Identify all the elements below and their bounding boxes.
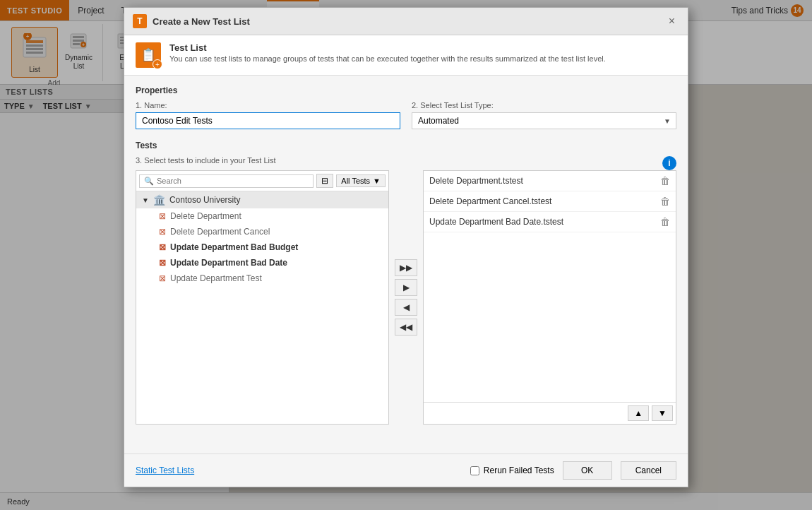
tree-node-icon: 🏛️	[153, 194, 165, 206]
search-input[interactable]	[157, 177, 309, 185]
tree-item-icon-1: ⊠	[159, 227, 166, 237]
modal-overlay: T Create a New Test List × 📋 + Test List…	[0, 0, 812, 510]
tests-panel: 🔍 ⊟ All Tests ▼ ▼	[136, 170, 676, 425]
close-button[interactable]: ×	[664, 13, 679, 29]
tree-item-icon-2: ⊠	[159, 242, 166, 252]
modal-section-desc: You can use test lists to manage groups …	[169, 54, 676, 63]
selected-item-1: Delete Department Cancel.tstest 🗑	[424, 191, 676, 212]
delete-item-1-button[interactable]: 🗑	[660, 196, 670, 207]
delete-item-0-button[interactable]: 🗑	[660, 175, 670, 186]
modal-title: Create a New Test List	[153, 16, 659, 27]
modal-title-bar: T Create a New Test List ×	[124, 8, 688, 35]
rerun-label: Rerun Failed Tests	[484, 465, 554, 475]
tree-item-label-4: Update Department Test	[170, 273, 262, 283]
selected-item-label-2: Update Department Bad Date.tstest	[429, 217, 563, 227]
tree-item-0[interactable]: ⊠ Delete Department	[136, 208, 388, 224]
header-plus-icon: +	[153, 59, 162, 69]
selected-item-2: Update Department Bad Date.tstest 🗑	[424, 212, 676, 232]
static-test-lists-link[interactable]: Static Test Lists	[136, 465, 194, 475]
modal-header-icon: 📋 +	[136, 42, 161, 68]
selected-item-label-0: Delete Department.tstest	[429, 176, 523, 186]
tests-section: Tests 3. Select tests to include in your…	[136, 141, 676, 425]
selected-list: Delete Department.tstest 🗑 Delete Depart…	[424, 171, 676, 402]
properties-title: Properties	[136, 85, 676, 95]
filter-label: All Tests	[341, 177, 370, 185]
selected-item-0: Delete Department.tstest 🗑	[424, 171, 676, 191]
tree-item-label-3: Update Department Bad Date	[170, 258, 287, 268]
type-select[interactable]: Automated Manual Performance	[412, 112, 676, 129]
tree-item-2[interactable]: ⊠ Update Department Bad Budget	[136, 239, 388, 255]
transfer-all-right-button[interactable]: ▶▶	[395, 259, 417, 276]
rerun-checkbox-input[interactable]	[470, 466, 479, 475]
properties-row: 1. Name: 2. Select Test List Type: Autom…	[136, 101, 676, 129]
tree-item-label-0: Delete Department	[170, 211, 241, 221]
name-field: 1. Name:	[136, 101, 400, 129]
filter-arrow-icon: ▼	[373, 177, 381, 185]
tests-title: Tests	[136, 141, 676, 150]
transfer-buttons: ▶▶ ▶ ◀ ◀◀	[392, 170, 420, 425]
tree-panel: 🔍 ⊟ All Tests ▼ ▼	[136, 170, 389, 425]
type-field: 2. Select Test List Type: Automated Manu…	[412, 101, 676, 129]
filter-dropdown[interactable]: All Tests ▼	[336, 174, 386, 187]
order-buttons: ▲ ▼	[424, 402, 676, 424]
modal-title-icon: T	[133, 14, 147, 28]
modal-section-header: Test List	[169, 42, 676, 53]
name-input[interactable]	[136, 112, 400, 129]
tree-item-icon-4: ⊠	[159, 273, 166, 283]
tree-item-4[interactable]: ⊠ Update Department Test	[136, 271, 388, 286]
search-icon: 🔍	[144, 177, 154, 186]
create-test-list-modal: T Create a New Test List × 📋 + Test List…	[124, 7, 688, 487]
modal-body: Properties 1. Name: 2. Select Test List …	[124, 76, 688, 453]
transfer-left-button[interactable]: ◀	[395, 299, 417, 316]
tree-item-3[interactable]: ⊠ Update Department Bad Date	[136, 255, 388, 271]
type-label: 2. Select Test List Type:	[412, 101, 676, 109]
tests-sublabel: 3. Select tests to include in your Test …	[136, 156, 676, 165]
ok-button[interactable]: OK	[563, 461, 612, 480]
tree-item-label-1: Delete Department Cancel	[170, 227, 270, 237]
collapse-button[interactable]: ⊟	[316, 174, 333, 188]
tree-root-label: Contoso University	[169, 195, 241, 205]
order-up-button[interactable]: ▲	[628, 405, 649, 421]
transfer-right-button[interactable]: ▶	[395, 279, 417, 296]
tree-item-icon-3: ⊠	[159, 258, 166, 268]
selected-panel: Delete Department.tstest 🗑 Delete Depart…	[423, 170, 676, 425]
tree-item-label-2: Update Department Bad Budget	[170, 242, 298, 252]
tree-root-item[interactable]: ▼ 🏛️ Contoso University	[136, 191, 388, 208]
info-icon[interactable]: i	[662, 156, 676, 170]
tree-content: ▼ 🏛️ Contoso University ⊠ Delete Departm…	[136, 191, 388, 424]
modal-header-section: 📋 + Test List You can use test lists to …	[124, 35, 688, 76]
tree-item-icon-0: ⊠	[159, 211, 166, 221]
transfer-all-left-button[interactable]: ◀◀	[395, 319, 417, 336]
search-box: 🔍	[139, 174, 314, 188]
delete-item-2-button[interactable]: 🗑	[660, 216, 670, 227]
tree-item-1[interactable]: ⊠ Delete Department Cancel	[136, 224, 388, 239]
name-label: 1. Name:	[136, 101, 400, 109]
cancel-button[interactable]: Cancel	[621, 461, 676, 480]
modal-footer: Static Test Lists Rerun Failed Tests OK …	[124, 453, 688, 487]
rerun-checkbox: Rerun Failed Tests	[470, 465, 554, 475]
tree-expand-icon: ▼	[142, 196, 149, 204]
selected-item-label-1: Delete Department Cancel.tstest	[429, 196, 551, 206]
tree-toolbar: 🔍 ⊟ All Tests ▼	[136, 171, 388, 191]
order-down-button[interactable]: ▼	[652, 405, 673, 421]
properties-section: Properties 1. Name: 2. Select Test List …	[136, 85, 676, 129]
